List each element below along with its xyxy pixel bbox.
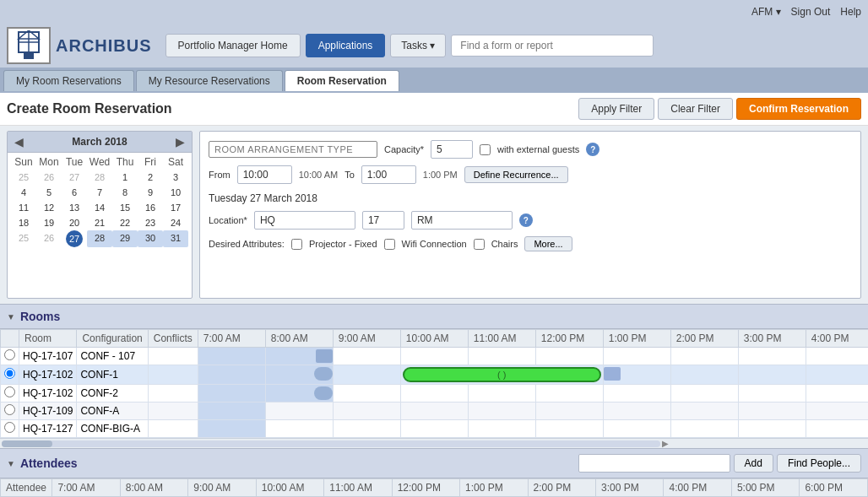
cal-day[interactable]: 16 [138, 200, 163, 215]
cal-day[interactable]: 22 [112, 215, 138, 230]
search-input[interactable] [451, 35, 654, 57]
cal-day[interactable]: 25 [11, 170, 36, 185]
cal-day[interactable]: 26 [36, 230, 62, 247]
cal-day[interactable]: 11 [11, 200, 36, 215]
tab-my-room-reservations[interactable]: My Room Reservations [3, 70, 134, 91]
cal-day[interactable]: 23 [138, 215, 163, 230]
find-people-button[interactable]: Find People... [777, 454, 861, 473]
cal-day[interactable]: 19 [36, 215, 62, 230]
reservation-bar-cell: ( ) [400, 365, 603, 385]
cal-day-31[interactable]: 31 [163, 230, 188, 247]
cal-day[interactable]: 4 [11, 185, 36, 200]
apply-filter-button[interactable]: Apply Filter [578, 98, 654, 120]
cal-day[interactable]: 25 [11, 230, 36, 247]
time-slot [535, 402, 603, 420]
clear-filter-button[interactable]: Clear Filter [658, 98, 733, 120]
top-bar-right: AFM ▾ Sign Out Help [751, 6, 861, 18]
cal-day[interactable]: 6 [62, 185, 87, 200]
room-radio[interactable] [4, 349, 15, 360]
cal-day[interactable]: 8 [112, 185, 138, 200]
cal-day[interactable]: 2 [138, 170, 163, 185]
cal-day[interactable]: 14 [87, 200, 112, 215]
add-attendee-button[interactable]: Add [734, 454, 773, 473]
rooms-section-header[interactable]: ▼ Rooms [0, 304, 868, 329]
chairs-checkbox[interactable] [474, 239, 485, 250]
applications-button[interactable]: Applications [306, 34, 386, 57]
location-building-input[interactable] [254, 211, 355, 230]
col-config: Configuration [77, 330, 148, 348]
external-guests-checkbox[interactable] [480, 144, 491, 155]
help-link[interactable]: Help [840, 6, 861, 18]
wifi-label: Wifi Connection [402, 239, 467, 249]
calendar-next-button[interactable]: ▶ [176, 135, 185, 149]
rooms-scrollbar[interactable]: ▶ [0, 438, 868, 448]
cal-day[interactable]: 24 [163, 215, 188, 230]
rooms-timeline: Room Configuration Conflicts 7:00 AM 8:0… [0, 329, 868, 438]
location-label: Location* [209, 215, 247, 225]
cal-day[interactable]: 7 [87, 185, 112, 200]
attendees-search-input[interactable] [578, 454, 730, 473]
time-slot [603, 402, 670, 420]
time-slot [738, 420, 806, 438]
col-11am: 11:00 AM [468, 330, 535, 348]
capacity-input[interactable] [431, 140, 473, 159]
cal-day[interactable]: 10 [163, 185, 188, 200]
cal-day-30[interactable]: 30 [138, 230, 163, 247]
col-9am: 9:00 AM [188, 479, 256, 497]
cal-day[interactable]: 28 [87, 170, 112, 185]
cal-day[interactable]: 26 [36, 170, 62, 185]
cal-day-29[interactable]: 29 [112, 230, 138, 247]
define-recurrence-button[interactable]: Define Recurrence... [464, 166, 568, 183]
projector-checkbox[interactable] [291, 239, 302, 250]
wifi-checkbox[interactable] [384, 239, 395, 250]
cal-day[interactable]: 15 [112, 200, 138, 215]
external-guests-help-icon[interactable]: ? [586, 143, 599, 156]
more-attributes-button[interactable]: More... [524, 236, 572, 251]
cal-day[interactable]: 20 [62, 215, 87, 230]
room-radio[interactable] [4, 386, 15, 397]
col-4pm: 4:00 PM [664, 479, 731, 497]
room-arrangement-input[interactable] [209, 141, 377, 158]
attendees-collapse-icon[interactable]: ▼ [7, 459, 15, 468]
tab-bar: My Room Reservations My Resource Reserva… [0, 68, 868, 93]
portfolio-manager-home-button[interactable]: Portfolio Manager Home [165, 34, 301, 57]
room-radio[interactable] [4, 368, 15, 379]
room-radio-cell [1, 420, 19, 438]
from-time-input[interactable] [237, 165, 292, 184]
cal-day[interactable]: 3 [163, 170, 188, 185]
tasks-button[interactable]: Tasks ▾ [390, 34, 446, 57]
room-radio[interactable] [4, 422, 15, 433]
afm-menu[interactable]: AFM ▾ [751, 6, 781, 18]
time-slot [198, 402, 265, 420]
room-id: HQ-17-102 [19, 365, 77, 385]
cal-day[interactable]: 27 [62, 170, 87, 185]
tab-my-resource-reservations[interactable]: My Resource Reservations [136, 70, 283, 91]
date-row: Tuesday 27 March 2018 [209, 191, 852, 204]
cal-day-27[interactable]: 27 [66, 230, 83, 247]
location-floor-input[interactable] [362, 211, 404, 230]
cal-day[interactable]: 9 [138, 185, 163, 200]
time-slot [738, 348, 806, 365]
cal-day[interactable]: 12 [36, 200, 62, 215]
cal-day[interactable]: 5 [36, 185, 62, 200]
room-radio-cell [1, 385, 19, 402]
location-room-input[interactable] [411, 211, 513, 230]
signout-link[interactable]: Sign Out [791, 6, 831, 18]
confirm-reservation-button[interactable]: Confirm Reservation [736, 98, 861, 120]
room-radio[interactable] [4, 404, 15, 415]
cal-day[interactable]: 1 [112, 170, 138, 185]
to-time-input[interactable] [361, 165, 416, 184]
calendar: ◀ March 2018 ▶ Sun Mon Tue Wed Thu Fri S… [7, 131, 193, 299]
time-slot [265, 402, 333, 420]
col-2pm: 2:00 PM [670, 330, 738, 348]
cal-day-28[interactable]: 28 [87, 230, 112, 247]
cal-day[interactable]: 13 [62, 200, 87, 215]
cal-day[interactable]: 17 [163, 200, 188, 215]
calendar-prev-button[interactable]: ◀ [14, 135, 24, 149]
cal-day[interactable]: 18 [11, 215, 36, 230]
tab-room-reservation[interactable]: Room Reservation [285, 70, 399, 91]
top-bar: AFM ▾ Sign Out Help [0, 0, 868, 24]
cal-day[interactable]: 21 [87, 215, 112, 230]
room-config: CONF - 107 [77, 348, 148, 365]
location-help-icon[interactable]: ? [519, 213, 533, 227]
